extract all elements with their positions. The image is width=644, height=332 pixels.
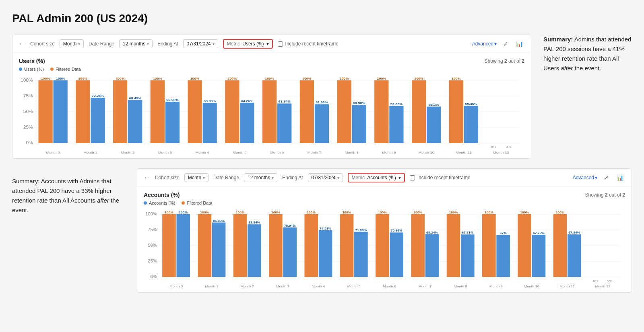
svg-rect-140 [553, 214, 567, 277]
chart2-legend: Accounts (%) Filtered Data [144, 201, 625, 205]
chart2-ending-select[interactable]: 07/31/2024 ▾ [308, 173, 343, 182]
chevron-down-icon: ▾ [266, 41, 269, 47]
svg-text:Month 10: Month 10 [524, 285, 539, 288]
svg-rect-102 [283, 227, 297, 277]
svg-text:75%: 75% [23, 94, 33, 98]
chart1-cohort-select[interactable]: Month ▾ [60, 39, 84, 48]
svg-rect-117 [390, 232, 403, 277]
svg-text:Month 5: Month 5 [347, 285, 361, 288]
svg-text:67.84%: 67.84% [568, 231, 580, 234]
svg-rect-85 [162, 214, 176, 277]
svg-text:Month 8: Month 8 [345, 151, 359, 154]
svg-text:50%: 50% [23, 109, 33, 114]
chart1-ending-select[interactable]: 07/31/2024 ▾ [183, 39, 218, 48]
svg-rect-132 [496, 235, 510, 277]
chart2-daterange-label: Date Range [213, 175, 239, 180]
svg-text:Month 0: Month 0 [169, 285, 183, 288]
svg-text:Month 12: Month 12 [493, 151, 509, 154]
svg-text:68.49%: 68.49% [129, 97, 142, 100]
chart2-daterange-select[interactable]: 12 months ▾ [244, 173, 277, 182]
svg-text:Month 7: Month 7 [418, 285, 431, 288]
chart2-include-timeframe[interactable]: Include recent timeframe [410, 175, 471, 180]
chart1-advanced-button[interactable]: Advanced ▾ [472, 41, 497, 47]
chevron-down-icon: ▾ [595, 175, 597, 180]
svg-rect-25 [151, 80, 165, 143]
svg-text:Month 7: Month 7 [308, 151, 322, 154]
svg-text:100%: 100% [271, 211, 280, 214]
svg-text:71.99%: 71.99% [355, 228, 367, 232]
svg-text:63.14%: 63.14% [279, 100, 291, 103]
svg-text:Month 0: Month 0 [46, 151, 60, 154]
chart1-daterange-select[interactable]: 12 months ▾ [119, 39, 153, 48]
chevron-down-icon: ▾ [78, 42, 80, 46]
svg-rect-32 [203, 103, 217, 143]
svg-text:Month 11: Month 11 [456, 151, 472, 154]
chevron-down-icon: ▾ [494, 41, 497, 47]
svg-rect-90 [198, 214, 211, 277]
svg-rect-100 [269, 214, 283, 277]
chart1-card: ← Cohort size Month ▾ Date Range 12 mont… [12, 35, 531, 159]
chevron-down-icon: ▾ [147, 42, 149, 46]
legend-dot-accounts [144, 201, 147, 205]
summary1-box: Summary: Admins that attended PAL 200 se… [543, 35, 632, 73]
chart2-chart-icon[interactable]: 📊 [615, 174, 625, 182]
svg-rect-135 [518, 214, 531, 277]
svg-text:50%: 50% [148, 243, 157, 248]
svg-rect-115 [376, 214, 389, 277]
svg-text:67%: 67% [500, 232, 507, 235]
svg-rect-22 [128, 100, 142, 143]
svg-text:Month 6: Month 6 [383, 285, 396, 288]
chart1-expand-icon[interactable]: ⤢ [502, 40, 510, 48]
svg-rect-67 [464, 106, 478, 143]
svg-rect-130 [482, 214, 496, 277]
svg-text:Month 4: Month 4 [195, 151, 209, 154]
chart1-title: Users (%) [19, 58, 45, 64]
svg-text:67.73%: 67.73% [462, 231, 473, 234]
chart2-metric-select[interactable]: Metric Accounts (%) ▾ [348, 173, 405, 182]
svg-text:100%: 100% [116, 77, 125, 80]
chevron-down-icon: ▾ [337, 176, 339, 180]
chart2-toolbar: ← Cohort size Month ▾ Date Range 12 mont… [137, 169, 632, 187]
svg-text:100%: 100% [449, 211, 458, 214]
svg-text:58.2%: 58.2% [429, 103, 439, 107]
chart1-chart-icon[interactable]: 📊 [514, 40, 524, 48]
chart2-body: Accounts (%) Showing 2 out of 2 Accounts… [137, 187, 632, 292]
chart1-toolbar: ← Cohort size Month ▾ Date Range 12 mont… [12, 35, 531, 53]
svg-rect-37 [240, 103, 254, 143]
svg-rect-47 [315, 104, 329, 143]
svg-text:59.05%: 59.05% [390, 103, 403, 106]
svg-rect-42 [277, 104, 291, 143]
summary2-box: Summary: Accounts with Admins that atten… [12, 168, 125, 215]
chart1-timeframe-checkbox[interactable] [278, 41, 283, 47]
chart1-ending-label: Ending At [157, 41, 178, 47]
chart2-advanced-button[interactable]: Advanced ▾ [573, 175, 597, 180]
svg-text:70.86%: 70.86% [391, 229, 402, 232]
svg-rect-122 [425, 234, 439, 277]
svg-text:63.89%: 63.89% [204, 100, 216, 103]
chart2-cohort-select[interactable]: Month ▾ [184, 173, 208, 182]
chart1-barchart: 0%25%50%75%100%100%100%Month 0100%72.25%… [19, 75, 524, 155]
legend-dot-users [19, 68, 22, 71]
svg-rect-45 [300, 80, 314, 143]
chart2-ending-label: Ending At [282, 175, 303, 180]
chart2-expand-icon[interactable]: ⤢ [602, 174, 610, 182]
svg-text:100%: 100% [21, 78, 33, 82]
chart2-back-button[interactable]: ← [144, 174, 150, 181]
svg-text:100%: 100% [452, 77, 461, 80]
svg-rect-15 [76, 80, 90, 143]
svg-text:0%: 0% [151, 275, 157, 279]
svg-text:100%: 100% [307, 211, 316, 214]
svg-text:100%: 100% [153, 77, 163, 80]
chart1-metric-select[interactable]: Metric Users (%) ▾ [223, 39, 273, 49]
svg-rect-60 [412, 80, 426, 143]
chart1-back-button[interactable]: ← [19, 40, 25, 47]
svg-text:100%: 100% [302, 77, 312, 80]
svg-rect-62 [427, 107, 441, 143]
svg-text:25%: 25% [148, 259, 157, 263]
svg-text:74.51%: 74.51% [320, 227, 331, 230]
chart2-timeframe-checkbox[interactable] [410, 175, 415, 180]
chevron-down-icon: ▾ [213, 42, 215, 46]
svg-rect-97 [248, 224, 261, 277]
chart1-include-timeframe[interactable]: Include recent timeframe [278, 41, 339, 47]
svg-text:100%: 100% [485, 211, 493, 214]
